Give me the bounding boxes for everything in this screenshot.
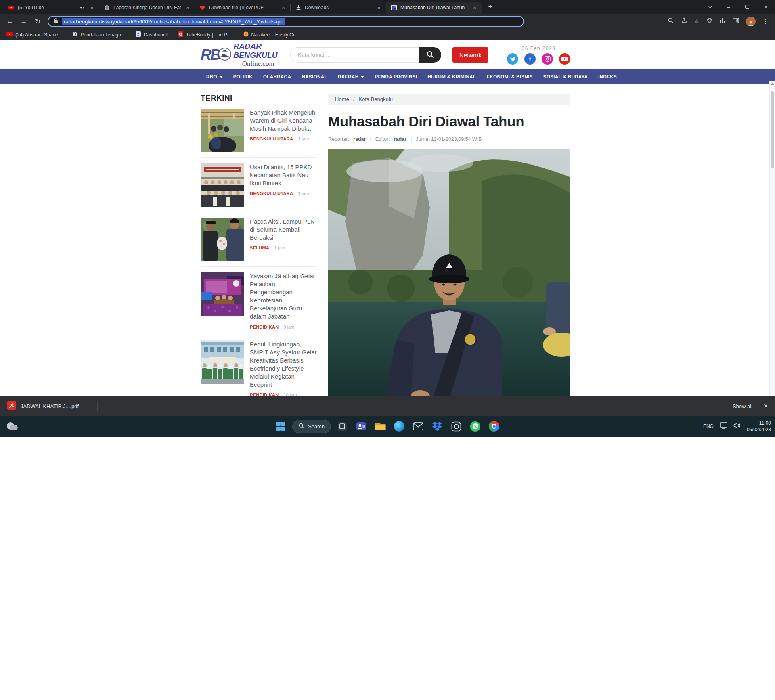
url-text[interactable]: radarbengkulu.disway.id/read/656002/muha… (62, 18, 285, 25)
reporter-name[interactable]: radar (353, 136, 366, 142)
downloaded-file-chip[interactable]: JADWAL KHATIB J....pdf (7, 401, 90, 411)
bookmark-star-icon[interactable]: ☆ (694, 18, 700, 25)
news-title[interactable]: Usai Dilantik, 15 PPKD Kecamatan Batik N… (250, 163, 317, 187)
side-panel-icon[interactable] (733, 18, 739, 25)
news-time: 1 jam (298, 191, 309, 196)
news-title[interactable]: Peduli Lingkungan, SMPIT Asy Syakur Gela… (250, 340, 317, 389)
downloaded-file-name[interactable]: JADWAL KHATIB J....pdf (21, 403, 79, 409)
list-item[interactable]: Peduli Lingkungan, SMPIT Asy Syakur Gela… (201, 340, 317, 396)
back-icon[interactable]: ← (4, 15, 16, 27)
editor-name[interactable]: radar (394, 136, 406, 142)
dropbox-icon[interactable] (429, 419, 445, 434)
youtube-icon[interactable] (559, 53, 570, 65)
nav-item-rbo[interactable]: RBO (206, 74, 223, 79)
mail-icon[interactable] (411, 419, 426, 434)
nav-item-hukum-kriminal[interactable]: HUKUM & KRIMINAL (427, 74, 476, 79)
start-button[interactable] (273, 419, 289, 434)
nav-item-pemda-provinsi[interactable]: PEMDA PROVINSI (375, 74, 417, 79)
maximize-button[interactable] (738, 0, 756, 14)
close-icon[interactable]: × (764, 402, 768, 410)
profile-avatar[interactable] (746, 17, 756, 26)
tab-laporan-kinerja[interactable]: Laporan Kinerja Dosen UIN Fatm × (99, 2, 195, 14)
tab-active-muhasabah[interactable]: Muhasabah Diri Diawal Tahun × (386, 2, 482, 14)
facebook-icon[interactable]: f (524, 53, 536, 65)
news-category[interactable]: PENDIDIKAN (250, 392, 279, 396)
close-icon[interactable]: × (375, 4, 383, 11)
close-window-button[interactable]: × (756, 0, 775, 14)
chevron-up-icon[interactable] (90, 402, 90, 410)
news-category[interactable]: PENDIDIKAN (250, 325, 279, 329)
tab-downloads[interactable]: Downloads × (290, 2, 386, 14)
bookmark-item[interactable]: Dashboard (136, 31, 168, 38)
list-item[interactable]: Yayasan Jâ alHaq Gelar Pelatihan Pengemb… (201, 272, 317, 335)
taskbar-search[interactable]: Search (292, 420, 331, 433)
bookmark-item[interactable]: Narakeet - Easily Cr... (243, 31, 299, 38)
list-item[interactable]: Usai Dilantik, 15 PPKD Kecamatan Batik N… (201, 163, 317, 212)
share-icon[interactable] (681, 17, 687, 25)
news-title[interactable]: Banyak Pihak Mengeluh, Warem di Giri Ken… (250, 109, 317, 133)
news-title[interactable]: Yayasan Jâ alHaq Gelar Pelatihan Pengemb… (250, 272, 317, 321)
task-view-icon[interactable] (335, 419, 350, 434)
display-icon[interactable] (720, 422, 727, 430)
reload-icon[interactable]: ↻ (31, 15, 44, 27)
network-button[interactable]: Network (452, 47, 488, 63)
bookmark-item[interactable]: (24) Abstract Space... (6, 32, 62, 38)
tray-chevron-up-icon[interactable] (697, 423, 697, 430)
search-icon (427, 51, 434, 59)
close-icon[interactable]: × (88, 4, 96, 11)
nav-item-politik[interactable]: POLITIK (233, 74, 253, 79)
forward-icon[interactable]: → (18, 15, 30, 27)
scroll-up-icon[interactable] (771, 83, 774, 85)
camera-icon[interactable] (448, 419, 464, 434)
edge-icon[interactable] (392, 419, 407, 434)
list-item[interactable]: Banyak Pihak Mengeluh, Warem di Giri Ken… (201, 109, 317, 158)
file-explorer-icon[interactable] (373, 419, 388, 434)
taskbar-clock[interactable]: 11:00 06/02/2023 (747, 420, 771, 433)
teams-icon[interactable] (354, 419, 369, 434)
scrollbar-thumb[interactable] (771, 91, 774, 168)
chrome-icon[interactable] (486, 419, 502, 434)
close-icon[interactable]: × (280, 4, 287, 11)
close-icon[interactable]: × (184, 4, 191, 11)
media-controls-icon[interactable] (720, 18, 726, 25)
extensions-icon[interactable] (706, 17, 713, 25)
kebab-menu-icon[interactable]: ⋮ (762, 18, 769, 25)
news-category[interactable]: SELUMA (250, 245, 269, 250)
whatsapp-icon[interactable] (467, 419, 483, 434)
language-indicator[interactable]: ENG (703, 423, 714, 429)
nav-item-indeks[interactable]: INDEKS (598, 74, 617, 79)
weather-widget-icon[interactable] (5, 420, 19, 434)
nav-item-daerah[interactable]: DAERAH (338, 74, 364, 79)
news-category[interactable]: BENGKULU UTARA (250, 136, 293, 141)
tab-title: Muhasabah Diri Diawal Tahun (400, 5, 468, 10)
close-icon[interactable]: × (471, 4, 478, 11)
zoom-icon[interactable] (668, 17, 674, 25)
tab-ilovepdf[interactable]: Download file | iLovePDF × (195, 2, 290, 14)
nav-item-nasional[interactable]: NASIONAL (302, 74, 327, 79)
breadcrumb-section[interactable]: Kota Bengkulu (358, 96, 393, 102)
page-scrollbar[interactable] (769, 81, 775, 396)
nav-item-sosial-budaya[interactable]: SOSIAL & BUDAYA (543, 74, 588, 79)
bookmark-item[interactable]: TubeBuddy | The Pr... (178, 31, 233, 38)
list-item[interactable]: Pasca Aksi, Lampu PLN di Seluma Kembali … (201, 218, 317, 267)
search-button[interactable] (419, 47, 441, 63)
site-logo[interactable]: RB RADAR BENGKULU Online.com (201, 42, 283, 68)
show-all-button[interactable]: Show all (733, 403, 752, 409)
news-category[interactable]: BENGKULU UTARA (250, 191, 293, 196)
minimize-button[interactable]: – (719, 0, 738, 14)
lock-icon[interactable] (53, 18, 58, 25)
breadcrumb-home[interactable]: Home (335, 96, 349, 102)
new-tab-button[interactable]: + (485, 1, 496, 13)
nav-item-olahraga[interactable]: OLAHRAGA (263, 74, 291, 79)
search-input[interactable] (290, 47, 419, 63)
volume-icon[interactable] (733, 422, 741, 430)
bookmark-item[interactable]: Pendataan Tenaga... (72, 31, 125, 38)
tab-search-icon[interactable] (701, 0, 719, 14)
twitter-icon[interactable] (507, 53, 518, 65)
instagram-icon[interactable] (542, 53, 553, 65)
address-bar[interactable]: radarbengkulu.disway.id/read/656002/muha… (48, 16, 524, 27)
nav-item-ekonomi-bisnis[interactable]: EKONOMI & BISNIS (486, 74, 532, 79)
tab-audio-icon[interactable] (79, 4, 85, 11)
tab-youtube[interactable]: (5) YouTube × (3, 2, 99, 14)
news-title[interactable]: Pasca Aksi, Lampu PLN di Seluma Kembali … (250, 218, 317, 242)
